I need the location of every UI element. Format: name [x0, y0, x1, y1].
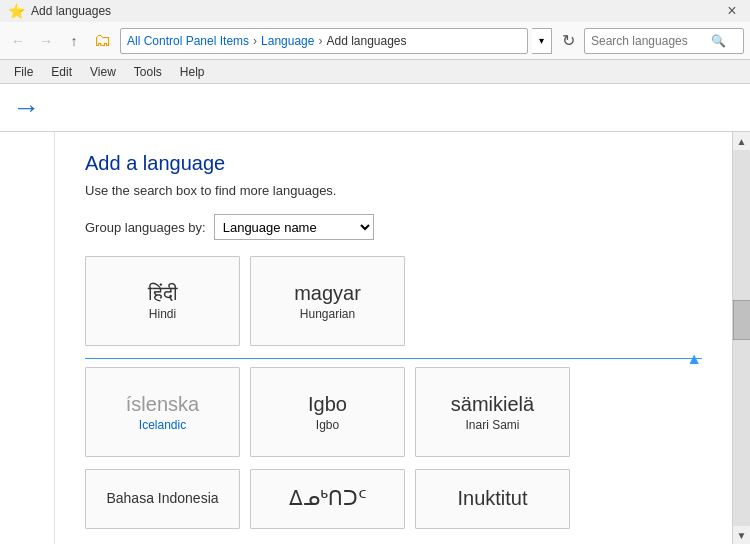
group-by-label: Group languages by: — [85, 220, 206, 235]
scrollbar: ▲ ▼ — [732, 132, 750, 544]
address-bar: ← → ↑ 🗂 All Control Panel Items › Langua… — [0, 22, 750, 60]
forward-button[interactable]: → — [34, 29, 58, 53]
scroll-down-button[interactable]: ▼ — [733, 526, 751, 544]
language-card-bahasa[interactable]: Bahasa Indonesia — [85, 469, 240, 529]
language-card-hindi[interactable]: हिंदी Hindi — [85, 256, 240, 346]
toolbar-area: → — [0, 84, 750, 132]
breadcrumb-bar[interactable]: All Control Panel Items › Language › Add… — [120, 28, 528, 54]
hindi-english-text: Hindi — [149, 307, 176, 321]
group-by-select[interactable]: Language name Script Region — [214, 214, 374, 240]
menu-help[interactable]: Help — [172, 63, 213, 81]
language-card-inari-sami[interactable]: sämikielä Inari Sami — [415, 367, 570, 457]
section-divider: ▲ — [85, 358, 702, 359]
language-card-inuktitut-syllabics[interactable]: ᐃᓄᒃᑎᑐᑦ — [250, 469, 405, 529]
hungarian-native-text: magyar — [294, 282, 361, 305]
breadcrumb-sep-2: › — [318, 34, 322, 48]
icelandic-native-text: íslenska — [126, 393, 199, 416]
content-area: Add a language Use the search box to fin… — [55, 132, 732, 544]
inuktitut-native-text: Inuktitut — [457, 487, 527, 510]
icelandic-english-text: Icelandic — [139, 418, 186, 432]
menu-tools[interactable]: Tools — [126, 63, 170, 81]
menu-view[interactable]: View — [82, 63, 124, 81]
language-card-inuktitut[interactable]: Inuktitut — [415, 469, 570, 529]
back-button[interactable]: ← — [6, 29, 30, 53]
menu-edit[interactable]: Edit — [43, 63, 80, 81]
language-grid-section1: हिंदी Hindi magyar Hungarian — [85, 256, 702, 346]
page-title: Add a language — [85, 152, 702, 175]
refresh-button[interactable]: ↻ — [556, 29, 580, 53]
page-subtitle: Use the search box to find more language… — [85, 183, 702, 198]
main-content: Add a language Use the search box to fin… — [0, 132, 750, 544]
up-button[interactable]: ↑ — [62, 29, 86, 53]
bahasa-native-text: Bahasa Indonesia — [106, 490, 218, 506]
scroll-track[interactable] — [733, 150, 751, 526]
menu-file[interactable]: File — [6, 63, 41, 81]
breadcrumb-sep-1: › — [253, 34, 257, 48]
scroll-up-button[interactable]: ▲ — [733, 132, 751, 150]
title-bar: ⭐ Add languages × — [0, 0, 750, 22]
search-input[interactable] — [591, 34, 711, 48]
window-icon: ⭐ — [8, 3, 25, 19]
window-title: Add languages — [31, 4, 111, 18]
inari-sami-english-text: Inari Sami — [465, 418, 519, 432]
hindi-native-text: हिंदी — [148, 282, 178, 305]
hungarian-english-text: Hungarian — [300, 307, 355, 321]
close-button[interactable]: × — [722, 1, 742, 21]
breadcrumb-control-panel[interactable]: All Control Panel Items — [127, 34, 249, 48]
language-card-hungarian[interactable]: magyar Hungarian — [250, 256, 405, 346]
search-icon: 🔍 — [711, 34, 726, 48]
language-card-igbo[interactable]: Igbo Igbo — [250, 367, 405, 457]
igbo-native-text: Igbo — [308, 393, 347, 416]
folder-icon: 🗂 — [94, 30, 112, 51]
breadcrumb-language[interactable]: Language — [261, 34, 314, 48]
search-box: 🔍 — [584, 28, 744, 54]
language-card-icelandic[interactable]: íslenska Icelandic — [85, 367, 240, 457]
scroll-thumb[interactable] — [733, 300, 751, 340]
igbo-english-text: Igbo — [316, 418, 339, 432]
inari-sami-native-text: sämikielä — [451, 393, 534, 416]
group-by-row: Group languages by: Language name Script… — [85, 214, 702, 240]
breadcrumb-dropdown-button[interactable]: ▾ — [532, 28, 552, 54]
blue-arrow-icon: → — [12, 92, 40, 124]
divider-line — [85, 358, 702, 359]
divider-arrow-icon: ▲ — [686, 350, 702, 368]
language-grid-section3: Bahasa Indonesia ᐃᓄᒃᑎᑐᑦ Inuktitut — [85, 469, 702, 529]
left-panel — [0, 132, 55, 544]
language-grid-section2: íslenska Icelandic Igbo Igbo sämikielä I… — [85, 367, 702, 457]
breadcrumb-current: Add languages — [326, 34, 406, 48]
menu-bar: File Edit View Tools Help — [0, 60, 750, 84]
inuktitut-syllabics-native-text: ᐃᓄᒃᑎᑐᑦ — [289, 486, 367, 510]
